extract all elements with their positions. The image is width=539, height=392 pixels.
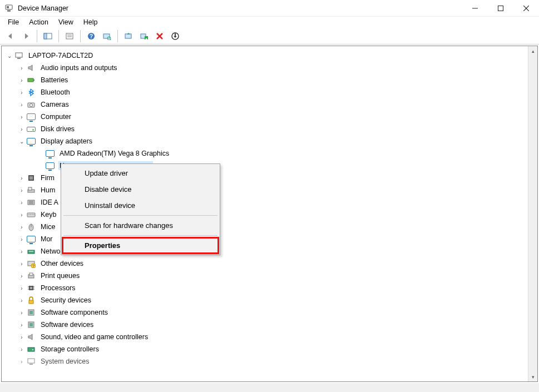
component-icon [26,308,36,317]
expander-icon[interactable]: › [17,112,26,121]
expander-icon[interactable]: › [17,308,26,317]
tree-node-computer[interactable]: › Computer [4,111,527,123]
tree-node-swcomp[interactable]: › Software components [4,306,527,319]
tree-node-sound[interactable]: › Sound, video and game controllers [4,331,527,343]
vertical-scrollbar[interactable]: ▴ ▾ [528,46,537,381]
expander-icon[interactable]: › [17,186,26,195]
node-label: Display adapters [39,137,93,146]
expander-icon[interactable]: › [17,357,26,366]
tree-node-other[interactable]: › ? Other devices [4,257,527,270]
lock-icon [26,296,36,305]
forward-button[interactable] [19,29,33,43]
cpu-icon [26,284,36,292]
menu-help[interactable]: Help [79,17,102,27]
device-tree[interactable]: ⌄ LAPTOP-7ADCLT2D › Audio inputs and out… [2,46,528,381]
tree-node-system[interactable]: › System devices [4,355,527,368]
svg-point-40 [30,214,31,215]
svg-rect-24 [16,53,22,57]
tree-node-cameras[interactable]: › Cameras [4,98,527,111]
close-button[interactable] [513,0,539,17]
show-hide-console-button[interactable] [41,29,55,43]
expander-icon[interactable]: › [17,333,26,341]
ctx-uninstall-device[interactable]: Uninstall device [62,197,219,214]
expander-icon[interactable]: › [17,63,26,72]
uninstall-device-button[interactable] [152,29,167,43]
expander-icon[interactable]: ⌄ [5,51,14,60]
minimize-button[interactable] [462,0,488,17]
display-adapter-icon [45,161,55,170]
node-label: Disk drives [39,125,76,133]
expander-icon[interactable]: › [17,345,26,354]
window-title: Device Manager [18,4,68,12]
tree-node-print[interactable]: › Print queues [4,270,527,282]
tree-node-bluetooth[interactable]: › Bluetooth [4,86,527,98]
speaker-icon [26,333,36,341]
expander-icon[interactable]: › [17,247,26,256]
node-label: Mor [39,235,54,244]
scan-hardware-button[interactable] [100,29,114,43]
scroll-track[interactable] [528,56,537,372]
expander-icon[interactable]: › [17,88,26,97]
maximize-button[interactable] [488,0,513,17]
speaker-icon [26,63,36,72]
scroll-up-arrow[interactable]: ▴ [528,46,537,56]
expander-icon[interactable]: › [17,296,26,305]
content-area: ⌄ LAPTOP-7ADCLT2D › Audio inputs and out… [1,46,538,382]
ctx-update-driver[interactable]: Update driver [62,165,219,181]
update-driver-button[interactable] [121,29,136,43]
expander-icon[interactable]: › [17,210,26,219]
expander-icon[interactable]: › [17,76,26,85]
expander-icon[interactable]: › [17,320,26,329]
ctx-scan-hardware[interactable]: Scan for hardware changes [62,217,219,234]
node-label: Software devices [39,320,95,329]
ctx-disable-device[interactable]: Disable device [62,181,219,197]
tree-node-display[interactable]: ⌄ Display adapters [4,135,527,147]
expander-icon[interactable]: › [17,259,26,268]
mouse-icon [26,222,36,231]
node-label: Cameras [39,100,70,109]
tree-node-audio[interactable]: › Audio inputs and outputs [4,62,527,74]
tree-node-disk[interactable]: › Disk drives [4,123,527,135]
expander-icon[interactable]: › [17,235,26,244]
menu-view[interactable]: View [54,17,78,27]
svg-rect-33 [28,187,32,190]
menu-action[interactable]: Action [24,17,53,27]
svg-text:?: ? [90,33,93,39]
tree-node-swdev[interactable]: › Software devices [4,319,527,331]
node-label: System devices [39,357,91,366]
warning-icon: ? [26,259,36,268]
expander-icon[interactable]: › [17,173,26,182]
menu-file[interactable]: File [3,17,23,27]
svg-rect-8 [44,33,47,39]
back-button[interactable] [3,29,18,43]
disable-device-button[interactable] [168,29,182,43]
tree-node-display-amd[interactable]: › AMD Radeon(TM) Vega 8 Graphics [4,147,527,160]
expander-icon[interactable]: › [17,271,26,280]
node-label: Processors [39,284,77,292]
expander-icon[interactable]: › [17,284,26,292]
expander-icon[interactable]: › [17,198,26,207]
tree-node-batteries[interactable]: › Batteries [4,74,527,86]
ctx-properties[interactable]: Properties [62,237,219,254]
expander-icon[interactable]: ⌄ [17,137,26,146]
svg-rect-63 [28,348,34,351]
enable-device-button[interactable] [137,29,151,43]
tree-root[interactable]: ⌄ LAPTOP-7ADCLT2D [4,49,527,62]
svg-rect-31 [29,176,33,180]
node-label: Security devices [39,296,92,305]
display-adapter-icon [45,149,55,158]
help-button[interactable]: ? [84,29,98,43]
expander-icon[interactable]: › [17,100,26,109]
tree-node-processors[interactable]: › Processors [4,282,527,294]
scroll-down-arrow[interactable]: ▾ [528,372,537,381]
svg-point-64 [32,349,33,350]
expander-icon[interactable]: › [17,222,26,231]
node-label: Computer [39,112,72,121]
expander-icon[interactable]: › [17,125,26,133]
svg-line-16 [110,39,111,40]
tree-node-security[interactable]: › Security devices [4,294,527,306]
window-controls [462,0,539,17]
tree-node-storage[interactable]: › Storage controllers [4,343,527,355]
properties-button[interactable] [62,29,77,43]
svg-rect-45 [28,250,34,254]
